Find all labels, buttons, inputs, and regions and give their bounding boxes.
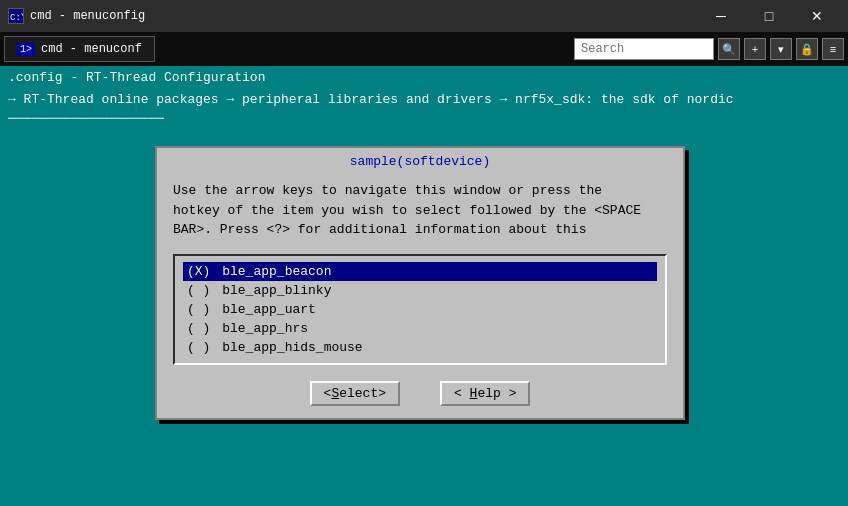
list-item[interactable]: ( ) ble_app_blinky <box>183 281 657 300</box>
settings-button[interactable]: ≡ <box>822 38 844 60</box>
radio-unselected: ( ) <box>187 302 218 317</box>
items-list: (X) ble_app_beacon ( ) ble_app_blinky ( … <box>173 254 667 365</box>
radio-unselected: ( ) <box>187 321 218 336</box>
terminal: .config - RT-Thread Configuration → RT-T… <box>0 66 848 506</box>
nav-part2: peripheral libraries and drivers <box>242 92 492 107</box>
dropdown-button[interactable]: ▾ <box>770 38 792 60</box>
search-button[interactable]: 🔍 <box>718 38 740 60</box>
search-input[interactable] <box>574 38 714 60</box>
list-item[interactable]: (X) ble_app_beacon <box>183 262 657 281</box>
select-button[interactable]: <Select> <box>310 381 400 406</box>
maximize-button[interactable]: □ <box>746 0 792 32</box>
help-button[interactable]: < Help > <box>440 381 530 406</box>
search-bar: 🔍 + ▾ 🔒 ≡ <box>574 38 844 60</box>
desc-line3: BAR>. Press <?> for additional informati… <box>173 220 667 240</box>
dialog-buttons: <Select> < Help > <box>157 373 683 418</box>
item-label: ble_app_hids_mouse <box>222 340 362 355</box>
list-item[interactable]: ( ) ble_app_hids_mouse <box>183 338 657 357</box>
lock-button[interactable]: 🔒 <box>796 38 818 60</box>
list-item[interactable]: ( ) ble_app_hrs <box>183 319 657 338</box>
tabbar: 1> cmd - menuconf 🔍 + ▾ 🔒 ≡ <box>0 32 848 66</box>
nav-path: → RT-Thread online packages → peripheral… <box>0 90 848 133</box>
close-button[interactable]: ✕ <box>794 0 840 32</box>
minimize-button[interactable]: ─ <box>698 0 744 32</box>
desc-line1: Use the arrow keys to navigate this wind… <box>173 181 667 201</box>
nav-arrow2: → <box>219 92 242 107</box>
terminal-icon: C:\ <box>8 8 24 24</box>
nav-dashes: ──────────────────── <box>8 111 164 126</box>
nav-arrow3: → <box>492 92 515 107</box>
tab-label: cmd - menuconf <box>41 42 142 56</box>
radio-selected: (X) <box>187 264 218 279</box>
item-label: ble_app_blinky <box>222 283 331 298</box>
config-label: .config - RT-Thread Configuration <box>8 70 265 85</box>
item-label: ble_app_uart <box>222 302 316 317</box>
dialog: sample(softdevice) Use the arrow keys to… <box>155 146 685 420</box>
nav-part1: RT-Thread online packages <box>24 92 219 107</box>
titlebar-controls: ─ □ ✕ <box>698 0 840 32</box>
nav-arrow: → <box>8 92 24 107</box>
list-item[interactable]: ( ) ble_app_uart <box>183 300 657 319</box>
nav-part3: nrf5x_sdk: the sdk of nordic <box>515 92 733 107</box>
tab-icon: 1> <box>17 43 35 56</box>
titlebar: C:\ cmd - menuconfig ─ □ ✕ <box>0 0 848 32</box>
dialog-title: sample(softdevice) <box>157 148 683 173</box>
titlebar-title: cmd - menuconfig <box>30 9 145 23</box>
radio-unselected: ( ) <box>187 340 218 355</box>
svg-text:C:\: C:\ <box>10 13 23 23</box>
radio-unselected: ( ) <box>187 283 218 298</box>
terminal-tab[interactable]: 1> cmd - menuconf <box>4 36 155 62</box>
dialog-description: Use the arrow keys to navigate this wind… <box>157 173 683 248</box>
item-label: ble_app_hrs <box>222 321 308 336</box>
desc-line2: hotkey of the item you wish to select fo… <box>173 201 667 221</box>
breadcrumb: .config - RT-Thread Configuration <box>0 66 848 90</box>
plus-button[interactable]: + <box>744 38 766 60</box>
item-label: ble_app_beacon <box>222 264 331 279</box>
titlebar-left: C:\ cmd - menuconfig <box>8 8 145 24</box>
